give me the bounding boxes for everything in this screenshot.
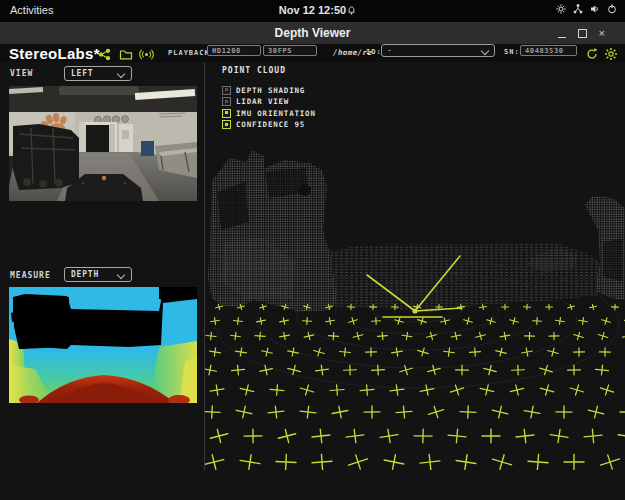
floor-cross bbox=[312, 454, 333, 470]
window-title: Depth Viewer bbox=[0, 26, 625, 40]
measure-dropdown-value: DEPTH bbox=[71, 270, 99, 279]
floor-cross bbox=[463, 317, 473, 326]
marker-origin-dot bbox=[412, 308, 417, 313]
floor-cross bbox=[455, 453, 477, 471]
view-label: VIEW bbox=[10, 69, 33, 78]
floor-cross bbox=[486, 317, 496, 326]
floor-cross bbox=[509, 317, 519, 326]
floor-cross bbox=[491, 404, 509, 419]
floor-cross bbox=[414, 429, 432, 443]
floor-cross bbox=[210, 317, 220, 325]
floor-cross bbox=[330, 384, 345, 395]
floor-cross bbox=[539, 383, 555, 397]
floor-cross bbox=[205, 364, 217, 376]
floor-cross bbox=[325, 317, 335, 325]
floor-cross bbox=[523, 304, 530, 310]
floor-cross bbox=[233, 317, 243, 325]
sn-label: SN: bbox=[504, 48, 520, 56]
refresh-icon[interactable] bbox=[585, 46, 598, 59]
camera-view-image bbox=[9, 86, 197, 201]
floor-cross bbox=[239, 453, 261, 471]
floor-cross bbox=[277, 427, 298, 445]
floor-cross bbox=[209, 384, 224, 396]
floor-cross bbox=[547, 347, 560, 358]
floor-cross bbox=[495, 347, 508, 358]
volume-icon[interactable] bbox=[590, 4, 600, 14]
floor-cross bbox=[205, 406, 220, 419]
point-cloud-canvas[interactable] bbox=[205, 62, 625, 476]
floor-cross bbox=[259, 364, 274, 376]
floor-cross bbox=[205, 452, 226, 471]
gear-icon[interactable] bbox=[556, 4, 566, 14]
share-icon[interactable] bbox=[98, 46, 111, 59]
floor-cross bbox=[440, 317, 450, 326]
window-titlebar[interactable]: Depth Viewer × bbox=[0, 22, 625, 45]
floor-cross bbox=[569, 383, 585, 397]
close-button[interactable]: × bbox=[599, 28, 605, 38]
view-dropdown[interactable]: LEFT bbox=[64, 66, 132, 81]
minimize-button[interactable] bbox=[558, 24, 566, 42]
floor-cross bbox=[209, 427, 230, 445]
floor-cross bbox=[239, 383, 255, 397]
floor-cross bbox=[279, 317, 289, 325]
floor-cross bbox=[573, 348, 584, 356]
measure-dropdown[interactable]: DEPTH bbox=[64, 267, 132, 282]
floor-cross bbox=[231, 365, 245, 376]
floor-cross bbox=[379, 428, 399, 444]
floor-cross bbox=[447, 428, 466, 443]
floor-cross bbox=[527, 454, 548, 471]
floor-cross bbox=[267, 405, 284, 419]
network-icon[interactable] bbox=[573, 4, 583, 14]
floor-cross bbox=[391, 347, 403, 357]
clock[interactable]: Nov 12 12:50 bbox=[0, 4, 625, 16]
floor-cross bbox=[449, 383, 465, 397]
floor-cross bbox=[599, 383, 616, 397]
window-controls: × bbox=[558, 22, 605, 44]
floor-cross bbox=[279, 331, 290, 340]
floor-cross bbox=[482, 429, 500, 443]
maximize-button[interactable] bbox=[578, 24, 587, 42]
floor-cross bbox=[589, 304, 597, 311]
fps-field[interactable]: 30FPS bbox=[263, 45, 317, 56]
resolution-field[interactable]: HD1200 bbox=[207, 45, 261, 56]
floor-cross bbox=[364, 406, 380, 418]
floor-cross bbox=[206, 332, 217, 340]
depth-viewer-screen: Activities Nov 12 12:50 Depth Viewer × S… bbox=[0, 0, 625, 500]
floor-cross bbox=[620, 406, 625, 418]
floor-cross bbox=[315, 364, 329, 376]
floor-cross bbox=[365, 348, 376, 356]
id-dropdown[interactable]: - bbox=[381, 44, 495, 57]
floor-cross bbox=[483, 364, 498, 377]
floor-cross bbox=[523, 405, 541, 420]
power-icon[interactable] bbox=[607, 4, 617, 14]
floor-cross bbox=[377, 332, 388, 340]
floor-cross bbox=[578, 317, 588, 325]
floor-cross bbox=[601, 316, 612, 325]
floor-cross bbox=[587, 404, 605, 420]
floor-cross bbox=[545, 304, 552, 309]
floor-cross bbox=[331, 405, 349, 420]
broadcast-icon[interactable] bbox=[139, 46, 152, 59]
settings-gear-icon[interactable] bbox=[604, 46, 617, 59]
playback-label: PLAYBACK bbox=[168, 49, 210, 57]
chevron-down-icon bbox=[117, 271, 125, 279]
floor-cross bbox=[270, 384, 285, 396]
floor-cross bbox=[501, 304, 508, 309]
id-dropdown-value: - bbox=[387, 46, 392, 55]
folder-icon[interactable] bbox=[119, 46, 132, 59]
bell-icon bbox=[347, 6, 356, 18]
floor-cross bbox=[611, 304, 618, 309]
sn-field[interactable]: 40483530 bbox=[520, 45, 577, 56]
floor-cross bbox=[427, 404, 446, 420]
system-tray[interactable] bbox=[556, 4, 617, 14]
floor-cross bbox=[398, 364, 413, 377]
floor-cross bbox=[299, 405, 316, 419]
floor-cross bbox=[230, 332, 241, 341]
floor-cross bbox=[244, 429, 262, 443]
status-bar: FPS: CAMERA: 30HZ | DEPTH: 30HZ 466 V5.1… bbox=[0, 470, 625, 500]
floor-cross bbox=[235, 347, 247, 357]
floor-cross bbox=[343, 365, 356, 375]
floor-cross bbox=[583, 428, 602, 443]
floor-cross bbox=[395, 405, 412, 418]
floor-cross bbox=[555, 317, 565, 325]
